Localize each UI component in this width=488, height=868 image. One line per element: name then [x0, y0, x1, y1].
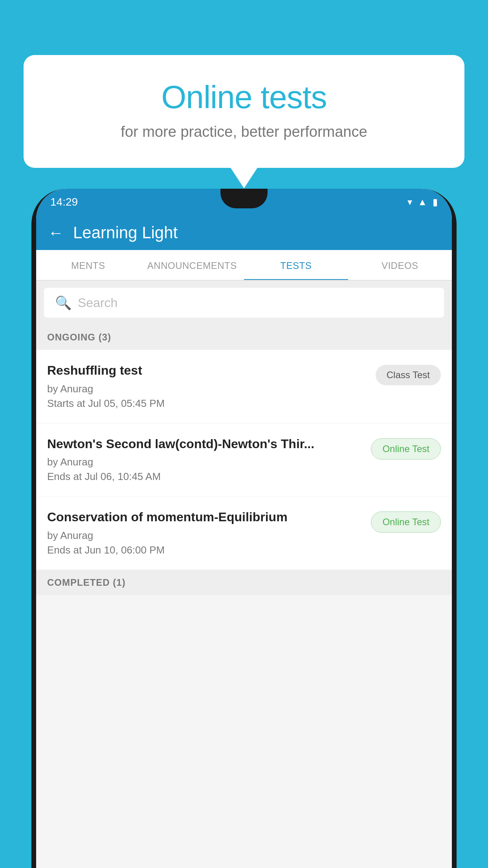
test-badge-1: Class Test: [376, 365, 441, 385]
phone-inner: 14:29 ▾ ▲ ▮ ← Learning Light MENTS ANNOU…: [36, 189, 452, 868]
test-badge-2: Online Test: [371, 438, 441, 460]
test-author-3: by Anurag: [47, 530, 363, 542]
tab-tests[interactable]: TESTS: [244, 250, 348, 280]
test-info-1: Reshuffling test by Anurag Starts at Jul…: [47, 362, 368, 410]
test-name-3: Conservation of momentum-Equilibrium: [47, 509, 363, 526]
test-badge-3: Online Test: [371, 511, 441, 533]
tab-announcements[interactable]: ANNOUNCEMENTS: [140, 250, 244, 280]
status-bar-icons: ▾ ▲ ▮: [407, 197, 438, 208]
test-item-2[interactable]: Newton's Second law(contd)-Newton's Thir…: [36, 423, 452, 497]
phone-frame: 14:29 ▾ ▲ ▮ ← Learning Light MENTS ANNOU…: [31, 189, 457, 868]
app-header: ← Learning Light: [36, 215, 452, 250]
test-time-1: Starts at Jul 05, 05:45 PM: [47, 397, 368, 410]
back-button[interactable]: ←: [48, 224, 64, 242]
battery-icon: ▮: [433, 197, 438, 208]
search-input[interactable]: Search: [78, 296, 117, 310]
test-item-1[interactable]: Reshuffling test by Anurag Starts at Jul…: [36, 350, 452, 423]
speech-bubble-container: Online tests for more practice, better p…: [24, 55, 464, 168]
test-name-1: Reshuffling test: [47, 362, 368, 379]
test-name-2: Newton's Second law(contd)-Newton's Thir…: [47, 436, 363, 452]
status-bar-time: 14:29: [50, 196, 78, 208]
test-list: Reshuffling test by Anurag Starts at Jul…: [36, 350, 452, 570]
tab-videos[interactable]: VIDEOS: [348, 250, 452, 280]
test-info-3: Conservation of momentum-Equilibrium by …: [47, 509, 363, 556]
search-icon: 🔍: [55, 295, 72, 311]
speech-bubble: Online tests for more practice, better p…: [24, 55, 464, 168]
tab-ments[interactable]: MENTS: [36, 250, 140, 280]
test-info-2: Newton's Second law(contd)-Newton's Thir…: [47, 436, 363, 483]
speech-bubble-subtitle: for more practice, better performance: [55, 123, 433, 140]
search-bar[interactable]: 🔍 Search: [44, 288, 444, 318]
test-author-2: by Anurag: [47, 456, 363, 468]
ongoing-section-header: ONGOING (3): [36, 325, 452, 350]
test-time-2: Ends at Jul 06, 10:45 AM: [47, 471, 363, 483]
test-item-3[interactable]: Conservation of momentum-Equilibrium by …: [36, 497, 452, 570]
app-header-title: Learning Light: [73, 223, 178, 242]
wifi-icon: ▾: [407, 197, 412, 208]
search-container: 🔍 Search: [36, 281, 452, 325]
speech-bubble-title: Online tests: [55, 79, 433, 116]
status-bar: 14:29 ▾ ▲ ▮: [36, 189, 452, 215]
test-time-3: Ends at Jun 10, 06:00 PM: [47, 544, 363, 556]
status-bar-notch: [220, 189, 268, 208]
tabs-container: MENTS ANNOUNCEMENTS TESTS VIDEOS: [36, 250, 452, 281]
test-author-1: by Anurag: [47, 383, 368, 395]
completed-section-header: COMPLETED (1): [36, 570, 452, 595]
signal-icon: ▲: [418, 197, 427, 208]
